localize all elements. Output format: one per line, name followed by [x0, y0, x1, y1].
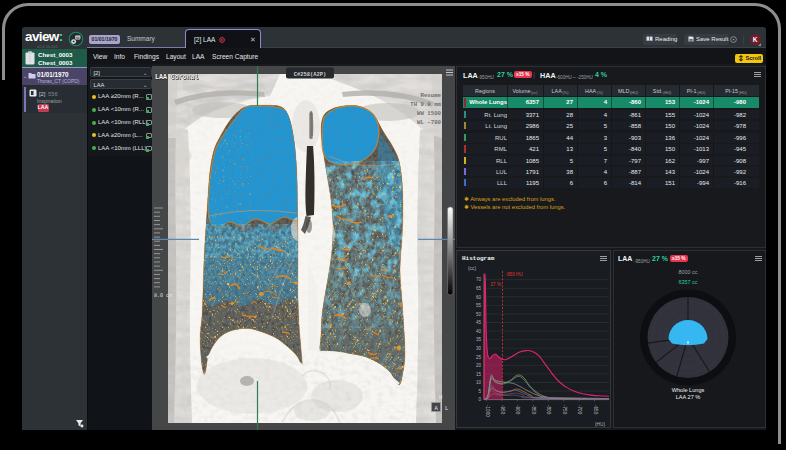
svg-text:8000 cc: 8000 cc	[679, 269, 698, 275]
svg-text:(HU): (HU)	[595, 422, 606, 427]
svg-text:45: 45	[476, 320, 482, 325]
svg-text:35: 35	[476, 337, 482, 342]
svg-text:30: 30	[476, 346, 482, 351]
svg-text:10: 10	[476, 380, 482, 385]
svg-text:50: 50	[476, 312, 482, 317]
svg-text:-650: -650	[593, 405, 598, 415]
svg-text:Whole Lungs: Whole Lungs	[672, 387, 705, 393]
svg-text:-950: -950	[500, 405, 505, 415]
svg-text:C#258(A2P): C#258(A2P)	[294, 72, 326, 78]
svg-text:LAA 27 %: LAA 27 %	[676, 394, 701, 400]
svg-text:8.0 cm: 8.0 cm	[154, 293, 172, 299]
svg-text:0: 0	[478, 397, 481, 402]
svg-text:27 %: 27 %	[491, 282, 501, 287]
svg-text:65: 65	[476, 286, 482, 291]
svg-text:-700: -700	[577, 405, 582, 415]
svg-text:Resume: Resume	[421, 92, 442, 99]
svg-text:WL -700: WL -700	[417, 119, 441, 126]
svg-text:6357 cc: 6357 cc	[679, 279, 698, 285]
svg-text:-1000: -1000	[485, 405, 490, 417]
svg-text:15: 15	[476, 372, 482, 377]
svg-text:40: 40	[476, 329, 482, 334]
svg-text:-750: -750	[562, 405, 567, 415]
svg-text:TH 0.9 mm: TH 0.9 mm	[410, 101, 441, 108]
svg-text:WW 1500: WW 1500	[417, 110, 441, 117]
svg-text:L: L	[445, 405, 448, 412]
svg-text:-800: -800	[546, 405, 551, 415]
svg-text:25: 25	[476, 355, 482, 360]
svg-text:H: H	[439, 394, 442, 401]
svg-text:(cc): (cc)	[468, 266, 476, 271]
svg-text:70: 70	[476, 277, 482, 282]
svg-text:20: 20	[476, 363, 482, 368]
svg-text:5: 5	[478, 389, 481, 394]
svg-text:-950 HU: -950 HU	[506, 272, 523, 277]
svg-text:-850: -850	[531, 405, 536, 415]
svg-text:LAA Coronal: LAA Coronal	[155, 74, 199, 81]
svg-text:-900: -900	[515, 405, 520, 415]
svg-text:60: 60	[476, 295, 482, 300]
svg-text:55: 55	[476, 303, 482, 308]
